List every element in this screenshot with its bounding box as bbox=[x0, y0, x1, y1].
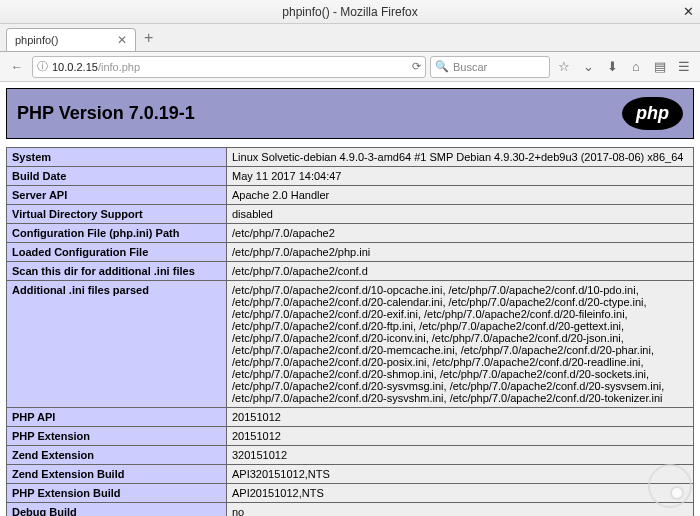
table-row: Additional .ini files parsed/etc/php/7.0… bbox=[7, 281, 694, 408]
reload-icon[interactable]: ⟳ bbox=[412, 60, 421, 73]
nav-toolbar: ← ⓘ 10.0.2.15/info.php ⟳ 🔍 Buscar ☆ ⌄ ⬇ … bbox=[0, 52, 700, 82]
info-key: Debug Build bbox=[7, 503, 227, 517]
bookmark-icon[interactable]: ☆ bbox=[554, 59, 574, 74]
info-value: 20151012 bbox=[227, 408, 694, 427]
info-key: Zend Extension Build bbox=[7, 465, 227, 484]
info-value: /etc/php/7.0/apache2 bbox=[227, 224, 694, 243]
url-path: /info.php bbox=[98, 61, 140, 73]
table-row: Debug Buildno bbox=[7, 503, 694, 517]
php-header: PHP Version 7.0.19-1 php bbox=[6, 88, 694, 139]
tab-title: phpinfo() bbox=[15, 34, 58, 46]
tab-close-icon[interactable]: ✕ bbox=[117, 33, 127, 47]
table-row: Virtual Directory Supportdisabled bbox=[7, 205, 694, 224]
info-icon[interactable]: ⓘ bbox=[37, 59, 48, 74]
pocket-icon[interactable]: ⌄ bbox=[578, 59, 598, 74]
info-value: /etc/php/7.0/apache2/php.ini bbox=[227, 243, 694, 262]
window-title: phpinfo() - Mozilla Firefox bbox=[282, 5, 417, 19]
info-value: no bbox=[227, 503, 694, 517]
tab-bar: phpinfo() ✕ + bbox=[0, 24, 700, 52]
home-icon[interactable]: ⌂ bbox=[626, 59, 646, 74]
table-row: Zend Extension320151012 bbox=[7, 446, 694, 465]
back-button[interactable]: ← bbox=[6, 56, 28, 78]
info-value: API20151012,NTS bbox=[227, 484, 694, 503]
info-key: Build Date bbox=[7, 167, 227, 186]
page-viewport[interactable]: PHP Version 7.0.19-1 php SystemLinux Sol… bbox=[0, 82, 700, 516]
table-row: PHP API20151012 bbox=[7, 408, 694, 427]
info-value: Apache 2.0 Handler bbox=[227, 186, 694, 205]
info-key: Server API bbox=[7, 186, 227, 205]
info-value: 320151012 bbox=[227, 446, 694, 465]
info-key: PHP Extension bbox=[7, 427, 227, 446]
search-input[interactable]: 🔍 Buscar bbox=[430, 56, 550, 78]
table-row: PHP Extension BuildAPI20151012,NTS bbox=[7, 484, 694, 503]
info-key: Scan this dir for additional .ini files bbox=[7, 262, 227, 281]
page-title: PHP Version 7.0.19-1 bbox=[17, 103, 195, 124]
info-key: Configuration File (php.ini) Path bbox=[7, 224, 227, 243]
tab-phpinfo[interactable]: phpinfo() ✕ bbox=[6, 28, 136, 51]
info-value: disabled bbox=[227, 205, 694, 224]
info-value: /etc/php/7.0/apache2/conf.d/10-opcache.i… bbox=[227, 281, 694, 408]
search-placeholder: Buscar bbox=[453, 61, 487, 73]
info-value: /etc/php/7.0/apache2/conf.d bbox=[227, 262, 694, 281]
table-row: PHP Extension20151012 bbox=[7, 427, 694, 446]
info-key: PHP Extension Build bbox=[7, 484, 227, 503]
info-value: May 11 2017 14:04:47 bbox=[227, 167, 694, 186]
table-row: Scan this dir for additional .ini files/… bbox=[7, 262, 694, 281]
window-titlebar: phpinfo() - Mozilla Firefox ✕ bbox=[0, 0, 700, 24]
table-row: Zend Extension BuildAPI320151012,NTS bbox=[7, 465, 694, 484]
info-key: Additional .ini files parsed bbox=[7, 281, 227, 408]
close-icon[interactable]: ✕ bbox=[683, 4, 694, 19]
info-key: System bbox=[7, 148, 227, 167]
table-row: Server APIApache 2.0 Handler bbox=[7, 186, 694, 205]
watermark-icon bbox=[648, 464, 692, 508]
downloads-icon[interactable]: ⬇ bbox=[602, 59, 622, 74]
table-row: Loaded Configuration File/etc/php/7.0/ap… bbox=[7, 243, 694, 262]
table-row: Build DateMay 11 2017 14:04:47 bbox=[7, 167, 694, 186]
info-key: Virtual Directory Support bbox=[7, 205, 227, 224]
table-row: SystemLinux Solvetic-debian 4.9.0-3-amd6… bbox=[7, 148, 694, 167]
info-key: PHP API bbox=[7, 408, 227, 427]
table-row: Configuration File (php.ini) Path/etc/ph… bbox=[7, 224, 694, 243]
phpinfo-table: SystemLinux Solvetic-debian 4.9.0-3-amd6… bbox=[6, 147, 694, 516]
search-icon: 🔍 bbox=[435, 60, 449, 73]
library-icon[interactable]: ▤ bbox=[650, 59, 670, 74]
info-value: 20151012 bbox=[227, 427, 694, 446]
info-key: Zend Extension bbox=[7, 446, 227, 465]
menu-icon[interactable]: ☰ bbox=[674, 59, 694, 74]
info-key: Loaded Configuration File bbox=[7, 243, 227, 262]
new-tab-button[interactable]: + bbox=[136, 25, 161, 51]
info-value: Linux Solvetic-debian 4.9.0-3-amd64 #1 S… bbox=[227, 148, 694, 167]
php-logo: php bbox=[622, 97, 683, 130]
url-input[interactable]: ⓘ 10.0.2.15/info.php ⟳ bbox=[32, 56, 426, 78]
url-host: 10.0.2.15 bbox=[52, 61, 98, 73]
info-value: API320151012,NTS bbox=[227, 465, 694, 484]
